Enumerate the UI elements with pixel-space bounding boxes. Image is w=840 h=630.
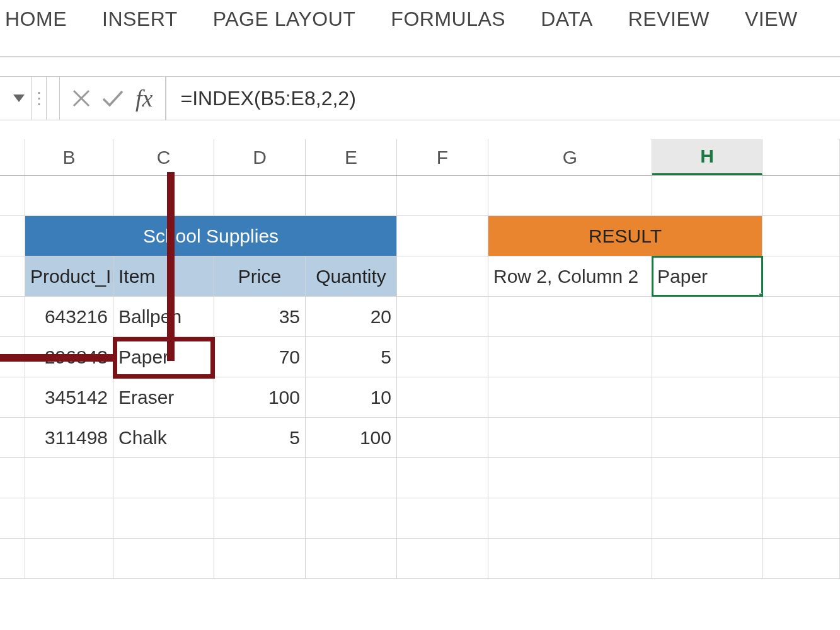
tab-insert[interactable]: INSERT — [102, 8, 178, 31]
cell[interactable] — [25, 458, 113, 498]
spreadsheet-grid: School Supplies RESULT Product_ID Item P… — [0, 176, 840, 579]
tab-review[interactable]: REVIEW — [628, 8, 710, 31]
cell[interactable] — [397, 458, 488, 498]
cell[interactable] — [762, 256, 840, 296]
confirm-icon[interactable] — [101, 89, 124, 108]
cell-quantity[interactable]: 10 — [306, 377, 397, 417]
col-header-F[interactable]: F — [397, 139, 488, 175]
cell[interactable] — [397, 216, 488, 256]
cell[interactable] — [488, 418, 652, 457]
cell[interactable] — [762, 498, 840, 538]
cell[interactable] — [762, 297, 840, 336]
cell-product-id[interactable]: 296843 — [25, 337, 113, 377]
cell[interactable] — [214, 458, 306, 498]
cell[interactable] — [762, 337, 840, 377]
cell[interactable] — [762, 539, 840, 578]
data-table-title[interactable]: School Supplies — [25, 216, 397, 256]
cell[interactable] — [397, 337, 488, 377]
col-header-D[interactable]: D — [214, 139, 306, 175]
cell[interactable] — [397, 418, 488, 457]
cell-item[interactable]: Chalk — [113, 418, 214, 457]
cell[interactable] — [488, 498, 652, 538]
selection-handle[interactable] — [759, 293, 762, 296]
cell[interactable] — [306, 498, 397, 538]
cell[interactable] — [488, 458, 652, 498]
formula-input[interactable]: =INDEX(B5:E8,2,2) — [166, 77, 840, 120]
cell[interactable] — [762, 176, 840, 215]
cell[interactable] — [214, 176, 306, 215]
cell[interactable] — [652, 176, 762, 215]
cell[interactable] — [214, 539, 306, 578]
result-value-cell[interactable]: Paper — [652, 256, 762, 296]
cell[interactable] — [652, 498, 762, 538]
cell[interactable] — [488, 297, 652, 336]
col-header-B[interactable]: B — [25, 139, 113, 175]
cell[interactable] — [397, 539, 488, 578]
cell-item-highlighted[interactable]: Paper — [113, 337, 214, 377]
fx-button[interactable]: fx — [134, 84, 154, 112]
cell[interactable] — [762, 458, 840, 498]
cell-price[interactable]: 100 — [214, 377, 306, 417]
data-header-price[interactable]: Price — [214, 256, 306, 296]
tab-formulas[interactable]: FORMULAS — [391, 8, 505, 31]
name-box-dropdown[interactable] — [0, 77, 32, 120]
cell[interactable] — [652, 337, 762, 377]
cell[interactable] — [25, 539, 113, 578]
tab-page-layout[interactable]: PAGE LAYOUT — [213, 8, 356, 31]
data-header-quantity[interactable]: Quantity — [306, 256, 397, 296]
cell[interactable] — [397, 377, 488, 417]
cell[interactable] — [488, 539, 652, 578]
cell[interactable] — [652, 539, 762, 578]
cancel-icon[interactable] — [71, 88, 91, 108]
cell-product-id[interactable]: 311498 — [25, 418, 113, 457]
col-header-G[interactable]: G — [488, 139, 652, 175]
cell[interactable] — [397, 256, 488, 296]
cell[interactable] — [25, 498, 113, 538]
formula-bar-buttons: fx — [59, 77, 166, 120]
cell[interactable] — [113, 539, 214, 578]
cell[interactable] — [113, 176, 214, 215]
cell-item[interactable]: Ballpen — [113, 297, 214, 336]
data-header-product-id[interactable]: Product_ID — [25, 256, 113, 296]
cell[interactable] — [762, 377, 840, 417]
cell[interactable] — [652, 418, 762, 457]
cell[interactable] — [397, 498, 488, 538]
cell[interactable] — [306, 458, 397, 498]
cell[interactable] — [762, 418, 840, 457]
cell-quantity[interactable]: 100 — [306, 418, 397, 457]
tab-view[interactable]: VIEW — [745, 8, 798, 31]
cell[interactable] — [488, 176, 652, 215]
tab-home[interactable]: HOME — [5, 8, 67, 31]
cell-price[interactable]: 70 — [214, 337, 306, 377]
result-table-title[interactable]: RESULT — [488, 216, 762, 256]
grid-row — [0, 458, 840, 498]
cell[interactable] — [652, 297, 762, 336]
cell[interactable] — [397, 176, 488, 215]
cell-price[interactable]: 5 — [214, 418, 306, 457]
cell[interactable] — [113, 458, 214, 498]
tab-data[interactable]: DATA — [541, 8, 593, 31]
cell[interactable] — [652, 377, 762, 417]
cell-quantity[interactable]: 20 — [306, 297, 397, 336]
cell[interactable] — [306, 176, 397, 215]
result-label[interactable]: Row 2, Column 2 — [488, 256, 652, 296]
cell-quantity[interactable]: 5 — [306, 337, 397, 377]
cell[interactable] — [397, 297, 488, 336]
data-header-item[interactable]: Item — [113, 256, 214, 296]
cell-product-id[interactable]: 345142 — [25, 377, 113, 417]
col-header-H[interactable]: H — [652, 139, 762, 175]
chevron-down-icon — [13, 94, 25, 102]
cell[interactable] — [488, 377, 652, 417]
col-header-E[interactable]: E — [306, 139, 397, 175]
cell-product-id[interactable]: 643216 — [25, 297, 113, 336]
cell-item[interactable]: Eraser — [113, 377, 214, 417]
cell-price[interactable]: 35 — [214, 297, 306, 336]
cell[interactable] — [488, 337, 652, 377]
cell[interactable] — [113, 498, 214, 538]
col-header-C[interactable]: C — [113, 139, 214, 175]
cell[interactable] — [762, 216, 840, 256]
cell[interactable] — [214, 498, 306, 538]
cell[interactable] — [25, 176, 113, 215]
cell[interactable] — [652, 458, 762, 498]
cell[interactable] — [306, 539, 397, 578]
